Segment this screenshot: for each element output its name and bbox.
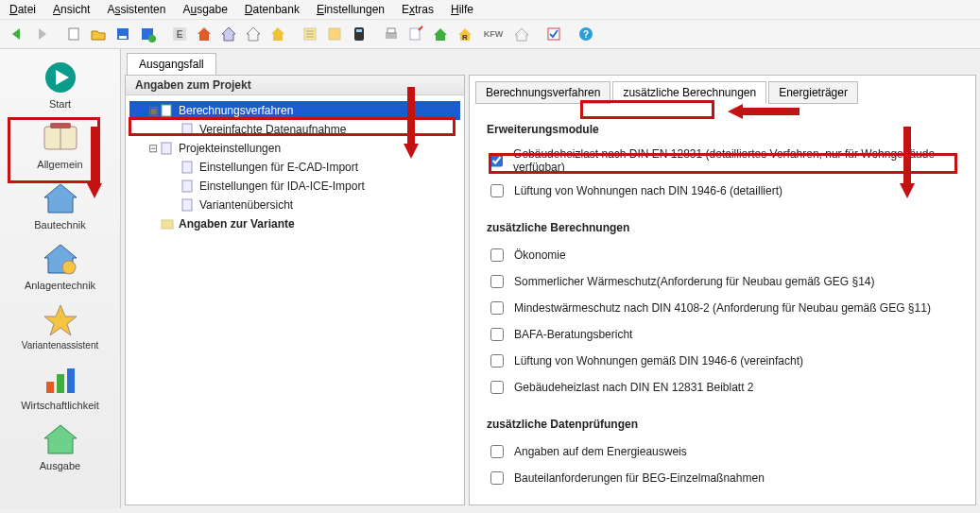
toolbar: E R KFW ?	[0, 20, 980, 49]
checkbox[interactable]	[490, 154, 503, 167]
sidebar-item-bautechnik[interactable]: Bautechnik	[0, 176, 120, 236]
sidebar-item-allgemein[interactable]: Allgemein	[0, 115, 120, 176]
house-blue-icon	[36, 180, 85, 217]
svg-rect-17	[329, 28, 340, 40]
tree-item-projekteinstellungen[interactable]: ⊟ Projekteinstellungen	[129, 139, 460, 158]
tree-item-berechnungsverfahren[interactable]: ▣ Berechnungsverfahren	[129, 101, 460, 120]
menu-einstellungen[interactable]: Einstellungen	[317, 3, 385, 16]
svg-rect-45	[162, 105, 171, 116]
chk-mindestwaermeschutz[interactable]: Mindestwärmeschutz nach DIN 4108-2 (Anfo…	[487, 295, 958, 321]
svg-rect-21	[387, 28, 395, 33]
svg-point-39	[62, 261, 76, 274]
wizard-icon	[36, 300, 85, 338]
sidebar-item-anlagentechnik[interactable]: Anlagentechnik	[0, 236, 120, 297]
checkbox[interactable]	[490, 445, 504, 458]
tree-item-vereinfachte-datenaufnahme[interactable]: Vereinfachte Datenaufnahme	[129, 120, 460, 139]
menu-assistenten[interactable]: Assistenten	[107, 3, 165, 16]
svg-rect-36	[50, 123, 71, 128]
tool-list2-button[interactable]	[323, 23, 346, 45]
svg-text:E: E	[177, 29, 183, 40]
tool-house-yellow-button[interactable]	[266, 23, 289, 45]
nav-forward-button[interactable]	[30, 23, 53, 45]
tab-ausgangsfall[interactable]: Ausgangsfall	[127, 53, 216, 75]
svg-point-6	[148, 35, 156, 43]
tool-house-red-button[interactable]	[193, 23, 215, 45]
help-button[interactable]: ?	[575, 23, 597, 45]
svg-rect-2	[69, 28, 78, 40]
print-button[interactable]	[380, 23, 403, 45]
sheet-icon	[181, 122, 196, 137]
detail-tabs: Berechnungsverfahren zusätzliche Berechn…	[470, 76, 975, 104]
menu-datei[interactable]: Datei	[9, 3, 36, 16]
checkbox[interactable]	[490, 248, 504, 262]
tool-house-light-button[interactable]	[217, 23, 240, 45]
svg-marker-24	[434, 28, 447, 41]
project-tree: ▣ Berechnungsverfahren Vereinfachte Date…	[126, 95, 464, 239]
chk-sommerlicher-waermeschutz[interactable]: Sommerlicher Wärmeschutz(Anforderung für…	[487, 268, 958, 295]
tool-house-outline-button[interactable]	[242, 23, 265, 45]
tree-item-variantenuebersicht[interactable]: Variantenübersicht	[129, 196, 460, 214]
tool-house-grey-button[interactable]	[510, 23, 533, 45]
save-all-button[interactable]	[136, 23, 159, 45]
sheet-icon	[160, 103, 175, 118]
tool-calculator-button[interactable]	[348, 23, 370, 45]
tool-e-button[interactable]: E	[168, 23, 191, 45]
checkbox[interactable]	[490, 471, 504, 485]
checkbox[interactable]	[490, 354, 504, 368]
sidebar-item-ausgabe[interactable]: Ausgabe	[0, 417, 120, 477]
book-icon	[36, 119, 85, 157]
section-erweiterungsmodule: Erweiterungsmodule	[487, 123, 958, 136]
sidebar-item-wirtschaftlichkeit[interactable]: Wirtschaftlichkeit	[0, 356, 120, 417]
tree-item-angaben-variante[interactable]: Angaben zur Variante	[129, 214, 460, 233]
tool-sheet-edit-button[interactable]	[404, 23, 427, 45]
sidebar: Start Allgemein Bautechnik Anlagentechni…	[0, 49, 121, 508]
new-file-button[interactable]	[62, 23, 85, 45]
checkbox[interactable]	[490, 301, 504, 315]
svg-rect-19	[356, 29, 362, 32]
chk-beg[interactable]: Bauteilanforderungen für BEG-Einzelmaßna…	[487, 465, 958, 491]
svg-rect-49	[182, 180, 192, 192]
chk-bafa[interactable]: BAFA-Beratungsbericht	[487, 321, 958, 348]
svg-rect-51	[162, 220, 173, 229]
checkbox[interactable]	[490, 328, 504, 341]
tool-check-button[interactable]	[542, 23, 565, 45]
svg-marker-10	[222, 27, 235, 41]
chk-oekonomie[interactable]: Ökonomie	[487, 242, 958, 268]
sheet-icon	[181, 179, 196, 194]
svg-line-23	[419, 26, 422, 30]
section-zusaetzliche-berechnungen: zusätzliche Berechnungen	[487, 221, 958, 234]
menu-ansicht[interactable]: Ansicht	[53, 3, 90, 16]
svg-marker-37	[44, 184, 77, 213]
menu-extras[interactable]: Extras	[402, 3, 434, 16]
checkbox[interactable]	[490, 381, 504, 394]
tree-item-ecad-import[interactable]: Einstellungen für E-CAD-Import	[129, 158, 460, 177]
save-button[interactable]	[112, 23, 134, 45]
svg-rect-22	[410, 28, 420, 40]
menu-ausgabe[interactable]: Ausgabe	[182, 3, 227, 16]
tab-zusaetzliche-berechnungen[interactable]: zusätzliche Berechnungen	[612, 81, 766, 104]
menu-datenbank[interactable]: Datenbank	[245, 3, 300, 16]
chk-heizlast-12831[interactable]: Gebäudeheizlast nach DIN EN 12831 (detai…	[487, 144, 958, 178]
svg-marker-12	[271, 27, 284, 41]
menu-hilfe[interactable]: Hilfe	[451, 3, 473, 16]
chk-heizlast-beiblatt2[interactable]: Gebäudeheizlast nach DIN EN 12831 Beibla…	[487, 374, 958, 401]
nav-back-button[interactable]	[6, 23, 28, 45]
tab-energietraeger[interactable]: Energieträger	[768, 81, 858, 104]
sidebar-item-start[interactable]: Start	[0, 55, 120, 115]
sidebar-item-variantenassistent[interactable]: Variantenassistent	[0, 297, 120, 356]
tool-house-r-button[interactable]: R	[454, 23, 476, 45]
tool-house-green-button[interactable]	[429, 23, 452, 45]
svg-rect-48	[182, 162, 192, 173]
chart-icon	[36, 360, 85, 398]
svg-marker-1	[39, 28, 46, 40]
checkbox[interactable]	[490, 275, 504, 288]
tab-berechnungsverfahren[interactable]: Berechnungsverfahren	[475, 81, 610, 104]
checkbox[interactable]	[490, 184, 504, 197]
chk-energieausweis[interactable]: Angaben auf dem Energieausweis	[487, 438, 958, 465]
chk-lueftung-19466-vereinfacht[interactable]: Lüftung von Wohnungen gemäß DIN 1946-6 (…	[487, 348, 958, 374]
tree-item-idaice-import[interactable]: Einstellungen für IDA-ICE-Import	[129, 177, 460, 196]
tool-list-button[interactable]	[299, 23, 321, 45]
open-file-button[interactable]	[87, 23, 110, 45]
chk-lueftung-19466-detailliert[interactable]: Lüftung von Wohnungen nach DIN 1946-6 (d…	[487, 178, 958, 204]
tool-kfw-button[interactable]: KFW	[478, 23, 508, 45]
